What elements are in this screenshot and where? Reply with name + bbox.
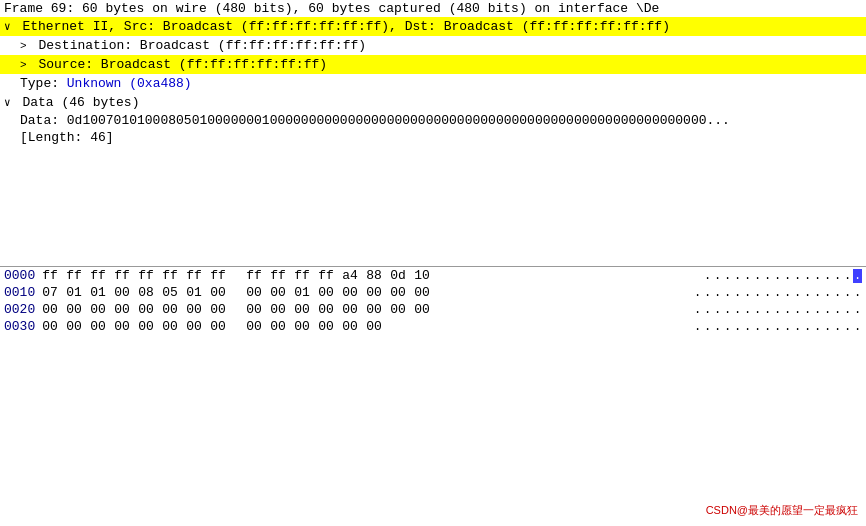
ascii-char: . <box>723 303 732 317</box>
hex-byte[interactable]: ff <box>112 268 132 283</box>
hex-byte[interactable]: 00 <box>40 319 60 334</box>
hex-bytes-group: 00000000000000000000000000000000 <box>40 302 685 317</box>
data-length-line: [Length: 46] <box>0 129 866 146</box>
hex-byte[interactable]: 10 <box>412 268 432 283</box>
hex-byte[interactable]: 01 <box>292 285 312 300</box>
hex-byte[interactable]: 00 <box>292 302 312 317</box>
hex-byte[interactable]: 07 <box>40 285 60 300</box>
hex-byte[interactable]: 00 <box>268 285 288 300</box>
hex-byte[interactable]: 01 <box>184 285 204 300</box>
ascii-char: . <box>743 269 752 283</box>
hex-byte[interactable]: 00 <box>112 319 132 334</box>
hex-byte[interactable]: 00 <box>208 319 228 334</box>
hex-byte[interactable]: 00 <box>340 285 360 300</box>
hex-bytes-group: ffffffffffffffffffffffffa4880d10 <box>40 268 695 283</box>
hex-byte[interactable]: 00 <box>268 319 288 334</box>
hex-byte[interactable] <box>388 319 408 334</box>
ascii-char: . <box>693 303 702 317</box>
hex-byte[interactable]: ff <box>184 268 204 283</box>
hex-byte[interactable]: ff <box>88 268 108 283</box>
ascii-char: . <box>843 286 852 300</box>
hex-byte[interactable]: a4 <box>340 268 360 283</box>
hex-byte[interactable]: 08 <box>136 285 156 300</box>
ascii-char: . <box>803 286 812 300</box>
hex-byte[interactable]: 05 <box>160 285 180 300</box>
hex-byte[interactable]: ff <box>40 268 60 283</box>
hex-byte[interactable]: 00 <box>292 319 312 334</box>
ascii-char: . <box>803 320 812 334</box>
collapse-icon: ∨ <box>4 20 11 33</box>
hex-byte[interactable]: ff <box>244 268 264 283</box>
ascii-section: ................. <box>693 286 862 300</box>
expand-source-icon[interactable]: > <box>20 59 27 71</box>
ascii-char: . <box>713 286 722 300</box>
hex-byte[interactable]: 00 <box>88 319 108 334</box>
hex-byte[interactable]: ff <box>160 268 180 283</box>
hex-byte[interactable]: 01 <box>88 285 108 300</box>
hex-byte[interactable]: 00 <box>136 319 156 334</box>
destination-line: > Destination: Broadcast (ff:ff:ff:ff:ff… <box>0 36 866 55</box>
hex-byte[interactable]: 00 <box>412 302 432 317</box>
hex-byte[interactable]: 00 <box>268 302 288 317</box>
ascii-char: . <box>773 286 782 300</box>
hex-row: 00300000000000000000000000000000........… <box>0 318 866 335</box>
hex-byte[interactable]: 00 <box>40 302 60 317</box>
hex-byte[interactable]: 00 <box>184 319 204 334</box>
hex-byte[interactable]: ff <box>268 268 288 283</box>
packet-detail-panel: Frame 69: 60 bytes on wire (480 bits), 6… <box>0 0 866 266</box>
ascii-char: . <box>833 286 842 300</box>
hex-byte[interactable]: 88 <box>364 268 384 283</box>
expand-destination-icon[interactable]: > <box>20 40 27 52</box>
hex-byte[interactable]: 00 <box>88 302 108 317</box>
ascii-char: . <box>793 303 802 317</box>
hex-byte[interactable]: 0d <box>388 268 408 283</box>
hex-byte[interactable]: 00 <box>160 319 180 334</box>
hex-byte[interactable]: 00 <box>160 302 180 317</box>
hex-byte[interactable]: 00 <box>136 302 156 317</box>
hex-byte[interactable]: 00 <box>364 285 384 300</box>
hex-byte[interactable]: ff <box>136 268 156 283</box>
hex-byte[interactable]: 00 <box>412 285 432 300</box>
hex-byte[interactable]: 00 <box>64 319 84 334</box>
hex-byte[interactable]: ff <box>208 268 228 283</box>
ethernet-header[interactable]: ∨ Ethernet II, Src: Broadcast (ff:ff:ff:… <box>0 17 866 36</box>
ascii-char: . <box>703 320 712 334</box>
ascii-char: . <box>723 269 732 283</box>
hex-byte[interactable]: 00 <box>340 319 360 334</box>
expand-data-icon[interactable]: ∨ <box>4 96 11 109</box>
hex-offset: 0000 <box>4 268 40 283</box>
hex-byte[interactable]: 00 <box>244 302 264 317</box>
hex-byte[interactable]: 00 <box>244 319 264 334</box>
hex-byte[interactable]: 00 <box>112 285 132 300</box>
hex-byte[interactable]: 00 <box>340 302 360 317</box>
ascii-char: . <box>843 269 852 283</box>
hex-byte[interactable]: 00 <box>244 285 264 300</box>
hex-byte[interactable]: 00 <box>208 285 228 300</box>
hex-byte[interactable]: 00 <box>184 302 204 317</box>
hex-byte[interactable]: 00 <box>364 302 384 317</box>
hex-byte[interactable]: 00 <box>64 302 84 317</box>
hex-byte[interactable] <box>412 319 432 334</box>
hex-byte[interactable]: 00 <box>112 302 132 317</box>
hex-byte[interactable]: 00 <box>208 302 228 317</box>
data-value-text: Data: 0d10070101000805010000000100000000… <box>20 113 730 128</box>
ascii-char: . <box>703 286 712 300</box>
ascii-char: . <box>763 320 772 334</box>
hex-byte[interactable]: ff <box>316 268 336 283</box>
hex-byte[interactable]: ff <box>64 268 84 283</box>
ascii-char: . <box>763 303 772 317</box>
ascii-char: . <box>853 320 862 334</box>
hex-byte[interactable]: 00 <box>316 285 336 300</box>
hex-byte[interactable]: 00 <box>364 319 384 334</box>
hex-bytes-group: 0000000000000000000000000000 <box>40 319 685 334</box>
hex-offset: 0010 <box>4 285 40 300</box>
ascii-char: . <box>783 303 792 317</box>
ethernet-header-text: Ethernet II, Src: Broadcast (ff:ff:ff:ff… <box>22 19 670 34</box>
data-section-header[interactable]: ∨ Data (46 bytes) <box>0 93 866 112</box>
hex-byte[interactable]: 00 <box>316 319 336 334</box>
hex-byte[interactable]: 00 <box>316 302 336 317</box>
hex-byte[interactable]: ff <box>292 268 312 283</box>
hex-byte[interactable]: 00 <box>388 302 408 317</box>
hex-byte[interactable]: 00 <box>388 285 408 300</box>
hex-byte[interactable]: 01 <box>64 285 84 300</box>
